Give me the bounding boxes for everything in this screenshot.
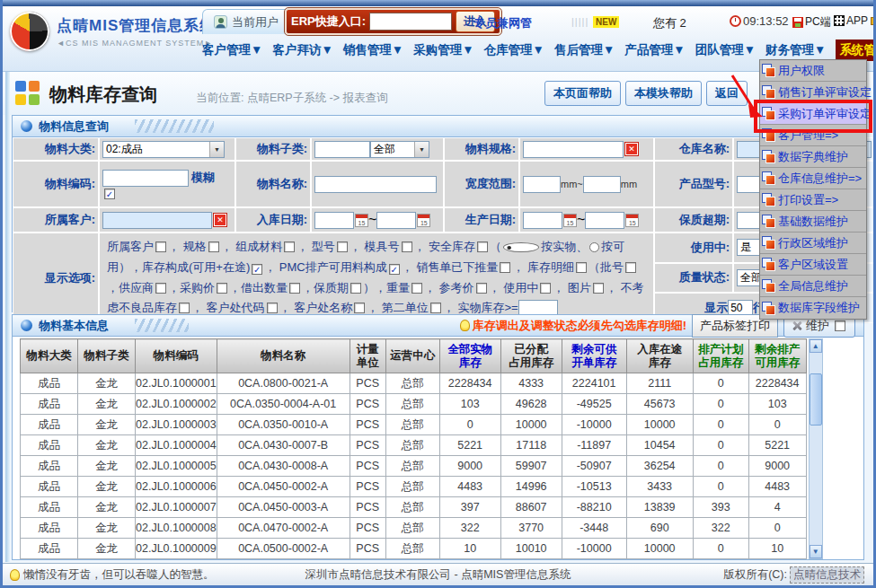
width-min-input[interactable]: [523, 176, 561, 193]
calendar-icon[interactable]: [625, 214, 639, 227]
option-checkbox[interactable]: [217, 283, 227, 294]
option-radio[interactable]: [503, 242, 539, 252]
dropdown-item-0[interactable]: 用户权限: [760, 60, 866, 82]
clear-customer-icon[interactable]: [214, 214, 226, 226]
table-row[interactable]: 成品金龙02.JL0.10000070CA.0450-0003-APCS总部39…: [21, 497, 807, 518]
option-checkbox[interactable]: [576, 262, 587, 273]
material-class-select[interactable]: 02:成品: [102, 141, 225, 158]
table-cell: 0CA.0430-0007-B: [217, 435, 350, 456]
inbound-date-start-input[interactable]: [314, 212, 354, 229]
fuzzy-checkbox[interactable]: [104, 189, 115, 199]
dropdown-item-4[interactable]: 数据字典维护: [760, 146, 866, 168]
menu-item-8[interactable]: 财务管理▼: [765, 42, 826, 58]
menu-item-6[interactable]: 产品管理▼: [624, 42, 685, 58]
option-checkbox[interactable]: [389, 264, 400, 275]
material-name-input[interactable]: [314, 176, 437, 193]
clear-spec-icon[interactable]: [625, 143, 638, 155]
option-checkbox[interactable]: [593, 283, 604, 294]
table-row[interactable]: 成品金龙02.JL0.10000030CA.0350-0010-APCS总部01…: [21, 415, 807, 435]
option-checkbox[interactable]: [155, 283, 166, 294]
table-row[interactable]: 成品金龙02.JL0.10000040CA.0430-0007-BPCS总部52…: [21, 435, 807, 456]
menu-item-1[interactable]: 客户拜访▼: [272, 42, 332, 58]
table-row[interactable]: 成品金龙02.JL0.10000090CA.0500-0002-APCS总部10…: [21, 539, 807, 559]
dropdown-item-10[interactable]: 全局信息维护: [760, 276, 866, 297]
pc-client-link[interactable]: PC端: [792, 14, 831, 30]
scroll-down-arrow[interactable]: ▼: [810, 545, 822, 558]
table-cell: 0: [439, 415, 500, 435]
menu-item-2[interactable]: 销售管理▼: [343, 42, 403, 58]
option-checkbox[interactable]: [477, 241, 488, 252]
erp-shortcut-input[interactable]: [369, 13, 452, 31]
option-checkbox[interactable]: [267, 303, 278, 313]
option-checkbox[interactable]: [540, 283, 551, 294]
option-checkbox[interactable]: [354, 303, 365, 313]
dropdown-item-6[interactable]: 打印设置=>: [760, 189, 866, 211]
calendar-icon[interactable]: [355, 214, 368, 227]
notification-text[interactable]: 您有 2: [653, 15, 686, 31]
marquee-text[interactable]: 专员兼网管: [473, 15, 532, 31]
query-panel-header: 物料信息查询: [13, 116, 863, 137]
table-row[interactable]: 成品金龙02.JL0.10000060CA.0450-0002-APCS总部44…: [21, 477, 807, 497]
menu-item-5[interactable]: 售后管理▼: [554, 42, 615, 58]
menu-item-3[interactable]: 采购管理▼: [413, 42, 473, 58]
option-checkbox[interactable]: [155, 241, 166, 252]
dropdown-item-8[interactable]: 行政区域维护: [760, 233, 866, 254]
customer-input[interactable]: [102, 212, 212, 229]
column-header: 入库在途 库存: [626, 339, 693, 373]
option-checkbox[interactable]: [402, 241, 412, 252]
material-spec-input[interactable]: [523, 141, 624, 158]
table-scrollbar[interactable]: ▲ ▼: [809, 338, 823, 559]
dropdown-item-label: 仓库信息维护=>: [778, 171, 862, 187]
material-subclass-input[interactable]: [314, 141, 370, 158]
width-max-input[interactable]: [583, 176, 621, 193]
scroll-thumb[interactable]: [810, 373, 822, 426]
dropdown-item-3[interactable]: 客户管理=>: [760, 125, 866, 146]
table-row[interactable]: 成品金龙02.JL0.10000080CA.0470-0002-APCS总部32…: [21, 518, 807, 539]
inbound-date-end-input[interactable]: [376, 212, 416, 229]
option-checkbox[interactable]: [284, 241, 295, 252]
option-checkbox[interactable]: [411, 283, 422, 294]
scroll-up-arrow[interactable]: ▲: [810, 339, 822, 353]
option-checkbox[interactable]: [500, 262, 510, 273]
maintain-checkbox[interactable]: [835, 320, 845, 331]
dropdown-item-7[interactable]: 基础数据维护: [760, 211, 866, 233]
option-checkbox[interactable]: [179, 303, 190, 313]
dropdown-item-2[interactable]: 采购订单评审设定: [760, 103, 866, 125]
dropdown-item-9[interactable]: 客户区域设置: [760, 254, 866, 276]
table-cell: 0: [693, 373, 748, 394]
current-user-tab[interactable]: 当前用户: [202, 9, 290, 34]
option-checkbox[interactable]: [252, 264, 262, 275]
option-text: ， 客户处代码: [191, 301, 265, 314]
menu-item-4[interactable]: 仓库管理▼: [484, 42, 544, 58]
option-checkbox[interactable]: [337, 241, 348, 252]
page-help-button[interactable]: 本页面帮助: [544, 81, 621, 106]
calendar-icon[interactable]: [563, 214, 577, 227]
calendar-icon[interactable]: [417, 214, 430, 227]
table-row[interactable]: 成品金龙02.JL0.10000010CA.0800-0021-APCS总部22…: [21, 373, 807, 394]
menu-item-7[interactable]: 团队管理▼: [695, 42, 756, 58]
option-checkbox[interactable]: [430, 303, 441, 313]
brand: 点晴MIS管理信息系统 ◄CS MIS MANAGMENT SYSTEM►: [10, 12, 216, 51]
copyright-owner[interactable]: 点晴信息技术: [790, 566, 864, 584]
option-checkbox[interactable]: [476, 283, 487, 294]
material-subclass-select[interactable]: 全部: [370, 141, 429, 158]
table-cell: 金龙: [78, 477, 136, 497]
option-checkbox[interactable]: [625, 262, 636, 273]
production-date-end-input[interactable]: [585, 212, 624, 229]
menu-item-9[interactable]: 系统管理▼: [836, 39, 876, 61]
menu-item-0[interactable]: 客户管理▼: [202, 42, 262, 58]
material-code-input[interactable]: [102, 170, 189, 187]
app-qr-link[interactable]: APP: [834, 14, 868, 27]
module-help-button[interactable]: 本模块帮助: [625, 81, 702, 106]
back-button[interactable]: 返回: [706, 81, 748, 106]
table-row[interactable]: 成品金龙02.JL0.10000050CA.0430-0008-APCS总部90…: [21, 456, 807, 477]
table-row[interactable]: 成品金龙02.JL0.10000020CA.0350-0004-A-01PCS总…: [21, 394, 807, 415]
option-checkbox[interactable]: [350, 283, 361, 294]
dropdown-item-5[interactable]: 仓库信息维护=>: [760, 168, 866, 189]
option-checkbox[interactable]: [208, 241, 219, 252]
dropdown-item-11[interactable]: 数据库字段维护: [760, 297, 866, 319]
dropdown-item-1[interactable]: 销售订单评审设定: [760, 82, 866, 103]
option-radio[interactable]: [589, 242, 599, 252]
option-checkbox[interactable]: [289, 283, 300, 294]
production-date-start-input[interactable]: [523, 212, 562, 229]
